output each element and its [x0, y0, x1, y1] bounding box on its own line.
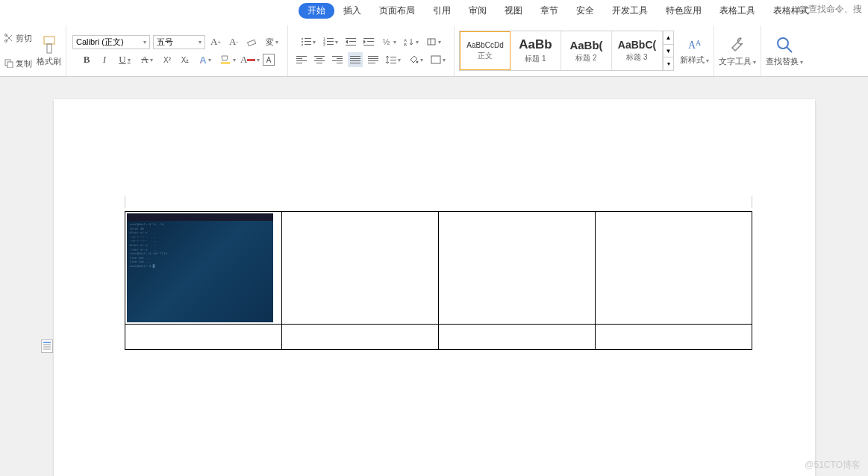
svg-rect-45 — [296, 58, 302, 59]
align-distribute-button[interactable] — [366, 52, 381, 67]
number-list-button[interactable]: 123▾ — [321, 34, 340, 49]
magnifier-icon — [775, 35, 794, 54]
sort-button[interactable]: AB▾ — [402, 34, 421, 49]
bullet-list-button[interactable]: ▾ — [299, 34, 318, 49]
decrease-indent-button[interactable] — [343, 34, 358, 49]
svg-rect-42 — [428, 39, 435, 45]
svg-rect-32 — [327, 44, 334, 45]
find-replace-button[interactable]: 查找替换▾ — [766, 35, 803, 67]
ribbon: 剪切 复制 格式刷 Calibri (正文)▾ 五号▾ A+ A- 変▾ B I… — [0, 21, 868, 77]
find-replace-label: 查找替换 — [766, 57, 799, 66]
decrease-font-button[interactable]: A- — [226, 34, 241, 49]
tab-leader-button[interactable]: ▾ — [424, 34, 443, 49]
svg-rect-48 — [314, 56, 325, 57]
tab-chapter[interactable]: 章节 — [531, 2, 567, 19]
svg-rect-59 — [350, 63, 360, 63]
table-row[interactable]: user@host:~$ ls -la total 48 drwxr-xr-x … — [125, 212, 752, 325]
phonetic-button[interactable]: 変▾ — [262, 34, 281, 49]
table-cell[interactable] — [281, 325, 438, 350]
document-area: ▾ user@host:~$ ls -la total 48 drwxr-xr-… — [0, 77, 868, 476]
shading-button[interactable]: ▾ — [406, 52, 425, 67]
embedded-screenshot[interactable]: user@host:~$ ls -la total 48 drwxr-xr-x … — [127, 213, 273, 322]
table-cell[interactable] — [595, 212, 752, 325]
style-label-text: 标题 2 — [575, 53, 596, 63]
svg-text:B: B — [404, 43, 407, 46]
tab-start[interactable]: 开始 — [299, 3, 334, 19]
text-direction-button[interactable]: ½▾ — [379, 34, 399, 49]
style-item-body[interactable]: AaBbCcDd 正文 — [460, 31, 511, 70]
table-cell[interactable]: user@host:~$ ls -la total 48 drwxr-xr-x … — [125, 212, 281, 325]
gallery-up-button[interactable]: ▲ — [664, 31, 673, 44]
italic-button[interactable]: I — [97, 52, 112, 67]
table-cell[interactable] — [438, 325, 595, 350]
text-effects-button[interactable]: A▾ — [196, 52, 215, 67]
align-justify-button[interactable] — [348, 52, 363, 67]
strikethrough-button[interactable]: A▾ — [137, 52, 157, 67]
align-left-button[interactable] — [294, 52, 309, 67]
tab-references[interactable]: 引用 — [424, 2, 460, 19]
table-cell[interactable] — [281, 212, 438, 325]
increase-font-button[interactable]: A+ — [208, 34, 223, 49]
tab-review[interactable]: 审阅 — [460, 2, 496, 19]
bold-button[interactable]: B — [79, 52, 94, 67]
svg-point-21 — [302, 38, 303, 40]
style-item-h1[interactable]: AaBb 标题 1 — [511, 31, 561, 70]
table-cell[interactable] — [438, 212, 595, 325]
tab-insert[interactable]: 插入 — [334, 2, 370, 19]
table-cell[interactable] — [595, 325, 752, 350]
cut-label: 剪切 — [16, 33, 32, 44]
svg-rect-35 — [346, 45, 356, 46]
font-name-select[interactable]: Calibri (正文)▾ — [72, 35, 150, 49]
gallery-more-button[interactable]: ▾ — [664, 57, 673, 70]
watermark-text: @51CTO博客 — [805, 459, 861, 472]
text-tools-button[interactable]: 文字工具▾ — [719, 35, 756, 67]
svg-rect-57 — [350, 58, 360, 59]
svg-rect-58 — [350, 60, 360, 61]
line-spacing-button[interactable]: ▾ — [384, 52, 403, 67]
align-center-button[interactable] — [312, 52, 327, 67]
style-item-h2[interactable]: AaBb( 标题 2 — [561, 31, 612, 70]
borders-button[interactable]: ▾ — [428, 52, 448, 67]
tab-view[interactable]: 视图 — [496, 2, 531, 19]
char-border-button[interactable]: A — [263, 54, 275, 66]
svg-rect-37 — [367, 41, 374, 42]
style-item-h3[interactable]: AaBbC( 标题 3 — [612, 31, 663, 70]
increase-indent-button[interactable] — [361, 34, 376, 49]
font-size-select[interactable]: 五号▾ — [153, 35, 205, 49]
eraser-icon — [246, 37, 257, 47]
svg-rect-15 — [7, 62, 13, 68]
document-table[interactable]: user@host:~$ ls -la total 48 drwxr-xr-x … — [125, 211, 752, 350]
svg-rect-61 — [368, 58, 378, 59]
svg-rect-18 — [248, 40, 256, 46]
document-page: user@host:~$ ls -la total 48 drwxr-xr-x … — [54, 99, 815, 476]
cut-button[interactable]: 剪切 — [4, 33, 32, 44]
tab-page-layout[interactable]: 页面布局 — [370, 2, 424, 19]
font-color-button[interactable]: A▾ — [240, 52, 260, 67]
table-row[interactable] — [125, 325, 752, 350]
svg-rect-54 — [332, 60, 343, 61]
svg-rect-65 — [390, 60, 396, 60]
align-right-button[interactable] — [330, 52, 345, 67]
clear-format-button[interactable] — [244, 34, 259, 49]
copy-button[interactable]: 复制 — [4, 58, 32, 69]
new-style-button[interactable]: AA 新样式▾ — [680, 37, 709, 66]
svg-rect-44 — [296, 56, 307, 57]
svg-rect-46 — [296, 60, 307, 61]
superscript-button[interactable]: X² — [160, 52, 175, 67]
tab-dev-tools[interactable]: 开发工具 — [603, 2, 657, 19]
format-painter-button[interactable]: 格式刷 — [37, 35, 61, 67]
tab-special[interactable]: 特色应用 — [657, 2, 711, 19]
tab-security[interactable]: 安全 — [567, 2, 603, 19]
svg-rect-68 — [431, 56, 440, 63]
highlight-button[interactable]: ▾ — [218, 52, 237, 67]
tab-table-tools[interactable]: 表格工具 — [711, 2, 764, 19]
wrench-icon — [728, 35, 747, 54]
search-command[interactable]: 查找命令、搜 — [798, 3, 862, 16]
underline-button[interactable]: U▾ — [115, 52, 134, 67]
subscript-button[interactable]: X₂ — [178, 52, 193, 67]
gallery-down-button[interactable]: ▼ — [664, 44, 673, 57]
table-cell[interactable] — [125, 325, 281, 350]
svg-rect-17 — [47, 44, 51, 53]
document-icon — [41, 339, 53, 353]
style-label-text: 标题 1 — [525, 54, 546, 64]
